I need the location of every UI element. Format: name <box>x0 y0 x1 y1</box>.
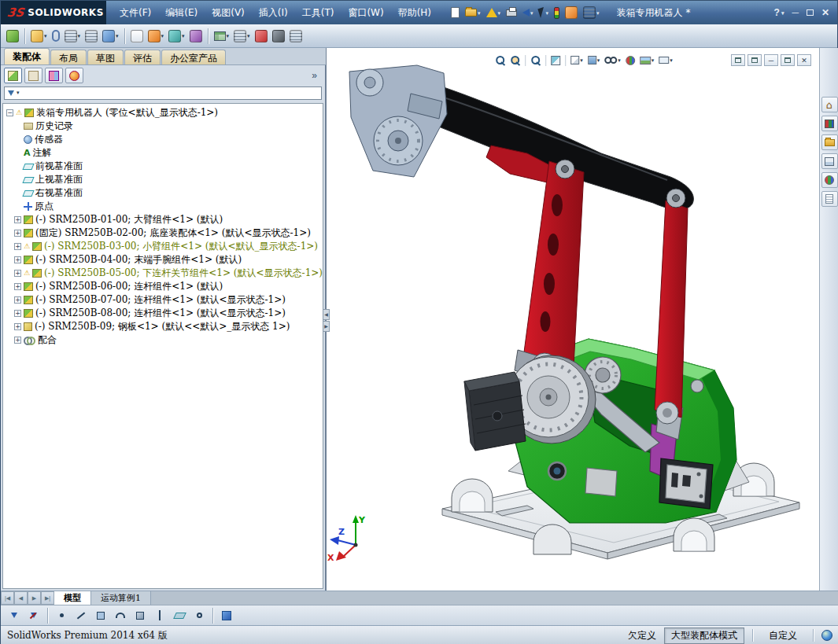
insert-components-icon[interactable]: ▾ <box>29 29 49 43</box>
expand-icon[interactable]: + <box>14 216 21 223</box>
view-settings-icon[interactable]: ▾ <box>657 56 674 64</box>
tree-item-component[interactable]: + (-) SRM250B-01-00; 大臂组件<1> (默认) <box>3 213 323 226</box>
window-tile-icon[interactable] <box>731 54 745 66</box>
tree-item-mates[interactable]: + 配合 <box>3 333 323 347</box>
linear-component-pattern-icon[interactable]: ▾ <box>63 29 83 43</box>
tree-item-component[interactable]: + ⚠ (-) SRM250B-03-00; 小臂组件<1> (默认<默认_显示… <box>3 240 323 253</box>
menu-view[interactable]: 视图(V) <box>205 3 252 23</box>
tree-item-component[interactable]: + (固定) SRM250B-02-00; 底座装配体<1> (默认<显示状态-… <box>3 226 323 240</box>
expand-icon[interactable]: + <box>14 256 21 263</box>
tab-scroll-last-icon[interactable]: ▶| <box>41 591 54 605</box>
toggle-selection-filters-icon[interactable] <box>6 608 23 624</box>
mass-properties-icon[interactable] <box>288 29 304 43</box>
close-button[interactable]: ✕ <box>821 7 829 18</box>
tab-evaluate[interactable]: 评估 <box>124 50 161 64</box>
tree-item-component[interactable]: + (-) SRM250B-09; 钢板<1> (默认<<默认>_显示状态 1>… <box>3 320 323 333</box>
file-properties-icon[interactable] <box>563 6 579 20</box>
menu-insert[interactable]: 插入(I) <box>252 3 295 23</box>
expand-icon[interactable]: + <box>14 310 21 317</box>
rebuild-icon[interactable] <box>552 6 561 20</box>
options-icon[interactable]: ▾ <box>581 6 601 20</box>
expand-icon[interactable]: + <box>14 230 21 237</box>
undo-icon[interactable]: ▾ <box>521 8 535 17</box>
measure-icon[interactable] <box>271 29 286 43</box>
hide-show-items-icon[interactable]: ▾ <box>603 56 622 64</box>
tab-scroll-prev-icon[interactable]: ◀ <box>14 591 28 605</box>
clear-all-filters-icon[interactable] <box>25 608 42 624</box>
expand-icon[interactable]: + <box>14 296 21 304</box>
collapse-panel-button[interactable]: ◀ <box>323 309 330 320</box>
filter-sketch-points-icon[interactable] <box>190 608 208 624</box>
menu-window[interactable]: 窗口(W) <box>341 3 390 23</box>
tab-motion-study-1[interactable]: 运动算例1 <box>91 591 151 605</box>
tab-model[interactable]: 模型 <box>54 591 91 605</box>
configuration-manager-tab[interactable] <box>45 68 63 83</box>
select-icon[interactable]: ▾ <box>537 7 551 18</box>
apply-scene-icon[interactable]: ▾ <box>638 56 656 65</box>
expand-panel-button[interactable]: ▶ <box>323 321 330 332</box>
expand-icon[interactable]: + <box>14 283 21 290</box>
property-manager-tab[interactable] <box>24 68 42 83</box>
tree-item-front-plane[interactable]: 前视基准面 <box>3 160 323 173</box>
restore-button[interactable] <box>807 9 814 16</box>
tree-item-annotations[interactable]: A 注解 <box>3 146 323 160</box>
tree-root[interactable]: − ⚠ 装箱专用机器人 (零位<默认_显示状态-1>) <box>3 106 323 120</box>
print-icon[interactable] <box>504 9 519 17</box>
custom-properties-icon[interactable] <box>821 191 838 207</box>
expand-icon[interactable]: + <box>14 337 21 344</box>
window-cascade-icon[interactable] <box>748 54 762 66</box>
tab-office-products[interactable]: 办公室产品 <box>161 50 226 64</box>
menu-help[interactable]: 帮助(H) <box>391 3 438 23</box>
tree-item-component[interactable]: + (-) SRM250B-08-00; 连杆组件<1> (默认<显示状态-1>… <box>3 307 323 320</box>
filter-vertices-icon[interactable] <box>53 608 70 624</box>
custom-status-button[interactable]: 自定义 <box>761 629 805 642</box>
menu-file[interactable]: 文件(F) <box>113 3 158 23</box>
tree-item-right-plane[interactable]: 右视基准面 <box>3 186 323 200</box>
zoom-fit-icon[interactable] <box>493 54 507 66</box>
open-icon[interactable]: ▾ <box>463 8 482 17</box>
doc-minimize-button[interactable]: ─ <box>764 54 778 66</box>
feature-manager-tab[interactable] <box>4 68 22 83</box>
assembly-features-icon[interactable]: ▾ <box>146 29 166 43</box>
smart-fasteners-icon[interactable] <box>83 29 99 43</box>
tree-item-component[interactable]: + (-) SRM250B-04-00; 末端手腕组件<1> (默认) <box>3 253 323 267</box>
filter-edges-icon[interactable] <box>72 608 90 624</box>
status-sphere-icon[interactable] <box>821 630 832 641</box>
mate-icon[interactable] <box>50 29 61 42</box>
bill-of-materials-icon[interactable]: ▾ <box>212 31 231 42</box>
expand-icon[interactable]: + <box>14 323 21 330</box>
doc-restore-button[interactable] <box>781 54 795 66</box>
expand-icon[interactable]: + <box>14 270 21 277</box>
filter-funnel-icon[interactable] <box>8 90 14 96</box>
collapse-icon[interactable]: − <box>6 109 13 116</box>
filter-input[interactable] <box>22 88 318 98</box>
exploded-view-icon[interactable]: ▾ <box>232 29 252 43</box>
large-assembly-mode-toggle[interactable]: 大型装配体模式 <box>664 627 744 644</box>
new-motion-study-icon[interactable] <box>188 29 204 43</box>
move-component-icon[interactable]: ▾ <box>101 29 120 43</box>
tab-assembly[interactable]: 装配体 <box>4 48 50 64</box>
robot-model[interactable]: Y Z X <box>327 48 819 589</box>
tree-item-component[interactable]: + (-) SRM250B-07-00; 连杆组件<1> (默认<显示状态-1>… <box>3 293 323 307</box>
help-button[interactable]: ?▾ <box>774 7 784 18</box>
tab-layout[interactable]: 布局 <box>50 50 87 64</box>
file-explorer-icon[interactable] <box>821 134 838 150</box>
menu-tools[interactable]: 工具(T) <box>295 3 341 23</box>
zoom-area-icon[interactable] <box>508 54 522 66</box>
tree-item-sensors[interactable]: 传感器 <box>3 133 323 146</box>
new-document-icon[interactable] <box>449 6 461 19</box>
view-palette-icon[interactable] <box>821 153 838 169</box>
tree-item-origin[interactable]: 原点 <box>3 200 323 213</box>
filter-caret-icon[interactable]: ▾ <box>17 90 20 96</box>
menu-edit[interactable]: 编辑(E) <box>158 3 205 23</box>
display-style-icon[interactable]: ▾ <box>586 55 602 65</box>
tab-scroll-first-icon[interactable]: |◀ <box>1 591 14 605</box>
tree-item-top-plane[interactable]: 上视基准面 <box>3 173 323 186</box>
doc-close-button[interactable]: ✕ <box>797 54 811 66</box>
solidworks-resources-icon[interactable]: ⌂ <box>821 97 838 112</box>
design-library-icon[interactable] <box>821 116 838 131</box>
section-view-icon[interactable] <box>549 55 562 66</box>
tree-item-component[interactable]: + ⚠ (-) SRM250B-05-00; 下连杆关节组件<1> (默认<显示… <box>3 267 323 280</box>
appearances-scenes-icon[interactable] <box>821 172 838 188</box>
tree-item-component[interactable]: + (-) SRM250B-06-00; 连杆组件<1> (默认) <box>3 280 323 293</box>
